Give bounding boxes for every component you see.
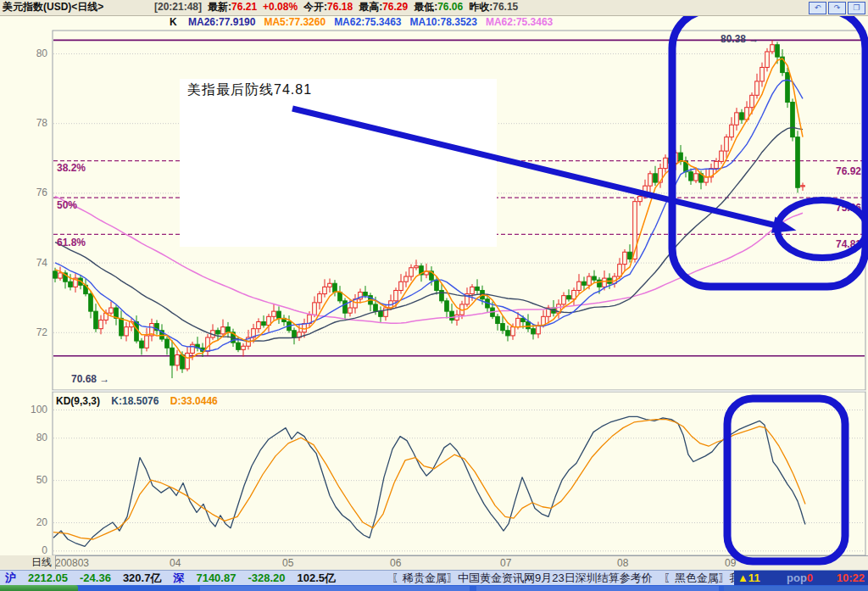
fib-618-label: 61.8% — [57, 237, 86, 248]
cascade-windows-icon[interactable]: ❐ — [848, 2, 865, 14]
candle-up — [577, 282, 581, 290]
candle-up — [415, 266, 419, 268]
open-label: 今开: — [303, 1, 327, 13]
price-tick-76: 76 — [0, 187, 47, 198]
shanghai-volume-unit: 亿 — [150, 571, 161, 584]
alert-panel[interactable]: ▲11 pop0 10:22 — [734, 571, 868, 586]
candle-up — [618, 265, 622, 276]
candle-up — [730, 125, 734, 137]
candle-down — [94, 311, 98, 329]
fib-50-price: 75.86 — [802, 202, 861, 214]
candle-down — [364, 293, 368, 296]
candle-down — [292, 331, 297, 337]
title-bar: 美元指数(USD)<日线> [20:21:48] 最新:76.21 +0.08%… — [0, 0, 868, 16]
candle-up — [648, 174, 653, 186]
candle-down — [598, 280, 602, 287]
shanghai-index: 2212.05 — [28, 571, 68, 585]
candle-down — [445, 301, 449, 311]
candle-down — [343, 301, 348, 313]
shenzhen-volume: 102.5 — [298, 571, 326, 584]
candle-down — [277, 311, 281, 318]
kd-pane — [53, 392, 865, 555]
kd-tick-20: 20 — [0, 516, 47, 528]
forward-icon[interactable]: ↷ — [828, 2, 846, 14]
kd-tick-50: 50 — [0, 474, 47, 486]
taskbar-button[interactable] — [200, 586, 470, 591]
candle-up — [623, 252, 627, 264]
candle-down — [440, 290, 444, 300]
ma-value-1: MA5:77.3260 — [264, 16, 326, 28]
shanghai-change: -24.36 — [80, 571, 111, 585]
candle-up — [750, 95, 754, 107]
kd-name: KD(9,3,3) — [56, 395, 100, 407]
candle-down — [689, 172, 693, 181]
candle-up — [771, 45, 775, 52]
candle-down — [53, 271, 58, 278]
back-icon[interactable]: ↶ — [809, 2, 826, 14]
candle-down — [165, 339, 170, 348]
high-value: 76.29 — [382, 1, 408, 13]
market-indices: 沪 2212.05 -24.36 320.7亿 深 7140.87 -328.2… — [5, 571, 336, 585]
shenzhen-label: 深 — [173, 571, 184, 585]
x-axis-row — [0, 555, 868, 571]
annotation-note: 美指最后防线74.81 — [187, 81, 312, 99]
quote-time: [20:21:48] — [154, 0, 202, 14]
candle-down — [531, 329, 536, 334]
change-pct: +0.08% — [263, 0, 298, 14]
candle-up — [399, 282, 403, 290]
candle-up — [470, 287, 475, 293]
candle-up — [242, 346, 246, 349]
window-controls: ↶ ↷ ❐ — [809, 2, 865, 14]
candle-down — [501, 324, 505, 331]
candle-down — [89, 294, 93, 312]
candle-up — [643, 186, 648, 196]
x-tick-08: 08 — [617, 557, 628, 569]
candle-up — [125, 327, 129, 336]
main-chart-canvas[interactable] — [0, 0, 868, 591]
candle-down — [796, 137, 800, 188]
candle-up — [801, 186, 805, 187]
candle-up — [765, 52, 770, 67]
candle-up — [562, 296, 566, 304]
price-tick-80: 80 — [0, 47, 47, 59]
alert-badge: ▲11 — [737, 571, 760, 585]
period-cell[interactable]: 日线 — [0, 555, 56, 569]
candle-up — [328, 283, 332, 287]
candle-up — [511, 327, 515, 336]
chart-application-window: 美元指数(USD)<日线> [20:21:48] 最新:76.21 +0.08%… — [0, 0, 868, 591]
start-button[interactable] — [0, 585, 78, 591]
ma-value-0: MA26:77.9190 — [188, 16, 255, 28]
candle-down — [379, 311, 383, 316]
price-tick-78: 78 — [0, 117, 47, 129]
candle-down — [506, 331, 510, 336]
ma-value-2: MA62:75.3463 — [334, 16, 401, 28]
candle-down — [236, 343, 241, 349]
fib-50-label: 50% — [57, 199, 77, 211]
candle-down — [628, 252, 632, 259]
candle-down — [135, 321, 139, 341]
ma-value-4: MA62:75.3463 — [486, 16, 553, 28]
candle-up — [516, 318, 520, 326]
taskbar-button[interactable] — [476, 586, 719, 591]
low-price-pointer: 70.68 → — [71, 373, 109, 385]
candle-down — [654, 174, 658, 182]
candle-up — [720, 151, 724, 161]
candle-down — [333, 283, 337, 292]
open-value: 76.18 — [327, 1, 353, 13]
candle-up — [318, 294, 322, 303]
taskbar — [0, 585, 868, 591]
ma-value-3: MA10:78.3523 — [410, 16, 477, 28]
high-label: 最高: — [359, 1, 382, 13]
news-ticker[interactable]: 〖稀贵金属〗中国黄金资讯网9月23日深圳结算参考价 〖黑色金属〗我国部分地区重废… — [392, 571, 734, 585]
fib-382-price: 76.92 — [802, 165, 861, 177]
fib-382-label: 38.2% — [57, 162, 86, 174]
kd-indicator-header: KD(9,3,3) K:18.5076 D:33.0446 — [56, 395, 218, 407]
candle-down — [496, 316, 500, 323]
candle-up — [221, 327, 225, 334]
quote-strip: [20:21:48] 最新:76.21 +0.08% 今开:76.18 最高:7… — [154, 0, 518, 14]
candle-up — [191, 344, 195, 353]
k-indicator-label: K — [170, 16, 177, 28]
candle-up — [694, 174, 698, 181]
candle-down — [216, 331, 220, 334]
taskbar-tray[interactable] — [724, 586, 868, 591]
